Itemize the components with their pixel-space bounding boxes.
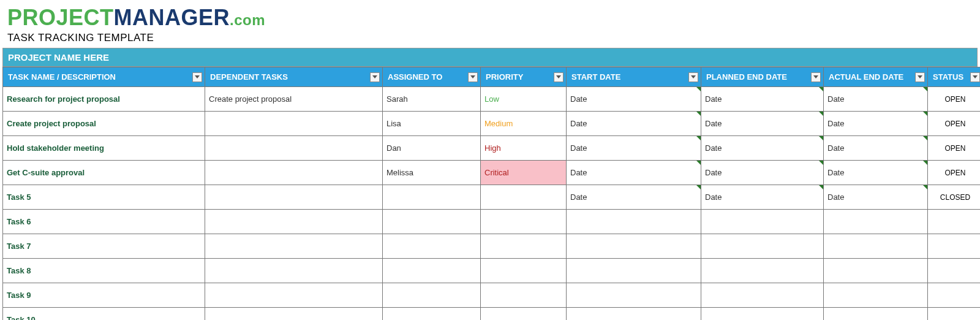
template-subtitle: TASK TRACKING TEMPLATE [2, 31, 978, 48]
cell-priority[interactable] [481, 185, 567, 210]
cell-start-date[interactable] [567, 234, 701, 259]
filter-actual-button[interactable] [915, 72, 925, 82]
cell-priority[interactable] [481, 210, 567, 234]
cell-task[interactable]: Task 7 [3, 234, 205, 259]
cell-planned-end-date[interactable]: Date [701, 136, 824, 161]
cell-actual-end-date[interactable] [824, 259, 928, 283]
cell-actual-end-date[interactable] [824, 210, 928, 234]
cell-assigned[interactable] [383, 283, 481, 308]
cell-status[interactable]: OPEN [928, 87, 981, 112]
cell-priority[interactable] [481, 283, 567, 308]
cell-dependent[interactable] [205, 161, 383, 185]
cell-status[interactable]: OPEN [928, 112, 981, 136]
cell-status[interactable]: OPEN [928, 161, 981, 185]
cell-assigned[interactable]: Dan [383, 136, 481, 161]
filter-dependent-button[interactable] [370, 72, 380, 82]
cell-dependent[interactable] [205, 283, 383, 308]
cell-actual-text: Date [827, 143, 844, 153]
cell-priority[interactable]: Critical [481, 161, 567, 185]
cell-marker-icon [696, 136, 701, 140]
cell-task[interactable]: Task 5 [3, 185, 205, 210]
cell-actual-end-date[interactable]: Date [824, 185, 928, 210]
cell-task[interactable]: Task 9 [3, 283, 205, 308]
cell-start-date[interactable]: Date [567, 185, 701, 210]
cell-priority[interactable] [481, 259, 567, 283]
cell-planned-end-date[interactable] [701, 308, 824, 321]
cell-start-date[interactable] [567, 308, 701, 321]
cell-dependent[interactable] [205, 185, 383, 210]
table-row: Task 6 [3, 210, 981, 234]
filter-planned-button[interactable] [811, 72, 821, 82]
cell-priority[interactable]: Low [481, 87, 567, 112]
cell-start-text: Date [570, 119, 587, 128]
cell-planned-end-date[interactable] [701, 210, 824, 234]
cell-priority[interactable] [481, 308, 567, 321]
cell-start-date[interactable]: Date [567, 87, 701, 112]
cell-marker-icon [819, 136, 823, 140]
cell-planned-end-date[interactable]: Date [701, 185, 824, 210]
cell-planned-end-date[interactable] [701, 259, 824, 283]
cell-priority[interactable] [481, 234, 567, 259]
cell-assigned[interactable]: Melissa [383, 161, 481, 185]
filter-start-button[interactable] [688, 72, 698, 82]
cell-start-date[interactable]: Date [567, 112, 701, 136]
cell-task-text: Task 8 [7, 266, 31, 275]
cell-planned-end-date[interactable] [701, 283, 824, 308]
cell-task[interactable]: Hold stakeholder meeting [3, 136, 205, 161]
cell-dependent[interactable] [205, 136, 383, 161]
cell-start-date[interactable] [567, 259, 701, 283]
cell-assigned[interactable] [383, 185, 481, 210]
cell-assigned[interactable]: Sarah [383, 87, 481, 112]
cell-task[interactable]: Get C-suite approval [3, 161, 205, 185]
cell-status[interactable]: OPEN [928, 136, 981, 161]
cell-task[interactable]: Create project proposal [3, 112, 205, 136]
cell-planned-end-date[interactable] [701, 234, 824, 259]
cell-task[interactable]: Research for project proposal [3, 87, 205, 112]
cell-dependent[interactable] [205, 308, 383, 321]
cell-assigned[interactable] [383, 210, 481, 234]
cell-start-date[interactable]: Date [567, 161, 701, 185]
cell-status[interactable] [928, 234, 981, 259]
cell-marker-icon [819, 161, 823, 165]
cell-start-date[interactable] [567, 210, 701, 234]
cell-task[interactable]: Task 10 [3, 308, 205, 321]
cell-actual-end-date[interactable] [824, 308, 928, 321]
cell-actual-end-date[interactable]: Date [824, 161, 928, 185]
cell-dependent[interactable] [205, 259, 383, 283]
filter-task-button[interactable] [192, 72, 202, 82]
cell-assigned[interactable]: Lisa [383, 112, 481, 136]
cell-dependent[interactable] [205, 112, 383, 136]
cell-actual-end-date[interactable]: Date [824, 87, 928, 112]
cell-dependent[interactable] [205, 234, 383, 259]
logo-project-text: PROJECT [7, 5, 114, 30]
cell-status[interactable] [928, 210, 981, 234]
cell-assigned-text: Melissa [386, 168, 413, 177]
cell-marker-icon [819, 185, 823, 189]
cell-actual-end-date[interactable] [824, 283, 928, 308]
cell-task[interactable]: Task 8 [3, 259, 205, 283]
cell-assigned[interactable] [383, 234, 481, 259]
cell-actual-end-date[interactable]: Date [824, 112, 928, 136]
cell-task[interactable]: Task 6 [3, 210, 205, 234]
cell-assigned[interactable] [383, 308, 481, 321]
cell-actual-end-date[interactable]: Date [824, 136, 928, 161]
cell-planned-end-date[interactable]: Date [701, 112, 824, 136]
cell-task-text: Task 7 [7, 242, 31, 251]
filter-status-button[interactable] [970, 72, 980, 82]
cell-actual-end-date[interactable] [824, 234, 928, 259]
cell-status[interactable]: CLOSED [928, 185, 981, 210]
filter-priority-button[interactable] [554, 72, 564, 82]
cell-dependent[interactable]: Create project proposal [205, 87, 383, 112]
filter-assigned-button[interactable] [468, 72, 478, 82]
cell-status[interactable] [928, 259, 981, 283]
cell-start-date[interactable]: Date [567, 136, 701, 161]
cell-priority[interactable]: High [481, 136, 567, 161]
cell-status[interactable] [928, 283, 981, 308]
cell-status[interactable] [928, 308, 981, 321]
cell-assigned[interactable] [383, 259, 481, 283]
cell-dependent[interactable] [205, 210, 383, 234]
cell-priority[interactable]: Medium [481, 112, 567, 136]
cell-planned-end-date[interactable]: Date [701, 161, 824, 185]
cell-planned-end-date[interactable]: Date [701, 87, 824, 112]
cell-start-date[interactable] [567, 283, 701, 308]
